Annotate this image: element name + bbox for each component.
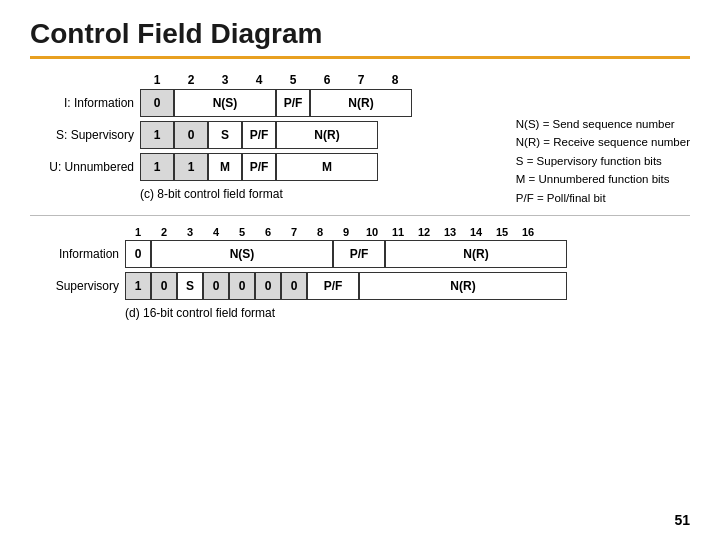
legend: N(S) = Send sequence numberN(R) = Receiv… [516,115,690,207]
bit-num-16: 2 [151,226,177,238]
section-divider [30,215,690,216]
cell-s16-z1: 0 [203,273,229,299]
page-title: Control Field Diagram [0,0,720,56]
cell-s16-z4: 0 [281,273,307,299]
row-supervisory-16: Supervisory 1 0 S 0 0 0 0 P/F N(R) [30,272,690,300]
bit-num-8: 6 [310,73,344,87]
cell-s-nr: N(R) [276,122,378,148]
bit-num-16: 15 [489,226,515,238]
bit-num-16: 1 [125,226,151,238]
cell-s16-pf: P/F [307,273,359,299]
page-number: 51 [674,512,690,528]
bit-num-16: 9 [333,226,359,238]
cell-i16-ns: N(S) [151,241,333,267]
bit-num-16: 7 [281,226,307,238]
bit-num-8: 2 [174,73,208,87]
cell-i16-nr: N(R) [385,241,567,267]
bit-num-8: 7 [344,73,378,87]
caption-16bit: (d) 16-bit control field format [125,306,690,320]
cell-s16-z2: 0 [229,273,255,299]
cells-unnumbered-8: 1 1 M P/F M [140,153,378,181]
cells-information-16: 0 N(S) P/F N(R) [125,240,567,268]
cell-i-ns: N(S) [174,90,276,116]
label-supervisory-16: Supervisory [30,279,125,293]
label-information-16: Information [30,247,125,261]
bit-num-16: 4 [203,226,229,238]
cell-u-1a: 1 [140,154,174,180]
row-information-16: Information 0 N(S) P/F N(R) [30,240,690,268]
sixteen-bit-section: 12345678910111213141516 Information 0 N(… [30,226,690,320]
legend-item: N(R) = Receive sequence number [516,133,690,151]
cell-u-m2: M [276,154,378,180]
cells-information-8: 0 N(S) P/F N(R) [140,89,412,117]
cell-s-1: 1 [140,122,174,148]
bit-num-8: 8 [378,73,412,87]
cell-s16-z3: 0 [255,273,281,299]
cell-s-pf: P/F [242,122,276,148]
legend-item: M = Unnumbered function bits [516,170,690,188]
bit-num-16: 8 [307,226,333,238]
bit-num-16: 3 [177,226,203,238]
legend-item: P/F = Poll/final bit [516,189,690,207]
legend-item: N(S) = Send sequence number [516,115,690,133]
bit-num-16: 14 [463,226,489,238]
cell-s16-nr: N(R) [359,273,567,299]
bit-num-16: 6 [255,226,281,238]
cell-u-pf: P/F [242,154,276,180]
bit-num-16: 13 [437,226,463,238]
row-information-8: I: Information 0 N(S) P/F N(R) [30,89,690,117]
cell-u-1b: 1 [174,154,208,180]
cell-s16-s: S [177,273,203,299]
bit-numbers-8: 12345678 [140,73,412,87]
bit-numbers-16: 12345678910111213141516 [125,226,541,238]
cell-i16-0: 0 [125,241,151,267]
bit-num-16: 11 [385,226,411,238]
bit-num-16: 12 [411,226,437,238]
cell-s-s: S [208,122,242,148]
cell-i-0: 0 [140,90,174,116]
bit-num-8: 1 [140,73,174,87]
cell-i-nr: N(R) [310,90,412,116]
cell-s16-1: 1 [125,273,151,299]
bit-num-16: 10 [359,226,385,238]
legend-item: S = Supervisory function bits [516,152,690,170]
bit-header-16: 12345678910111213141516 [30,226,690,238]
bit-num-16: 16 [515,226,541,238]
label-unnumbered-8: U: Unnumbered [30,160,140,174]
title-underline [30,56,690,59]
cell-u-m1: M [208,154,242,180]
cell-s-0: 0 [174,122,208,148]
bit-header-8: 12345678 [30,73,690,87]
label-supervisory-8: S: Supervisory [30,128,140,142]
bit-num-16: 5 [229,226,255,238]
cells-supervisory-8: 1 0 S P/F N(R) [140,121,378,149]
cells-supervisory-16: 1 0 S 0 0 0 0 P/F N(R) [125,272,567,300]
bit-num-8: 4 [242,73,276,87]
bit-num-8: 5 [276,73,310,87]
cell-s16-0: 0 [151,273,177,299]
label-information-8: I: Information [30,96,140,110]
bit-num-8: 3 [208,73,242,87]
cell-i-pf: P/F [276,90,310,116]
cell-i16-pf: P/F [333,241,385,267]
